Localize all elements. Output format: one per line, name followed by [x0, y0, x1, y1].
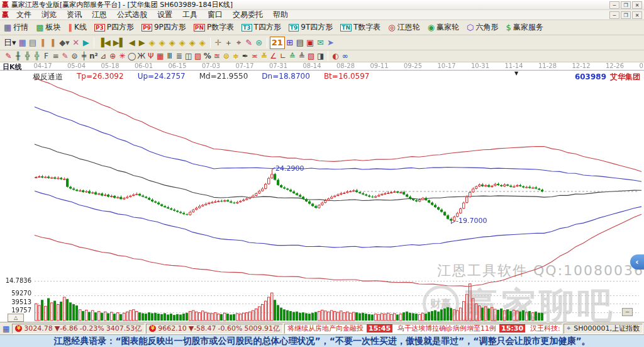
- ruler-lines-icon[interactable]: ╪: [79, 52, 89, 61]
- t-square-button[interactable]: T3 T四方形: [238, 21, 285, 34]
- calendar-icon[interactable]: 21: [270, 37, 285, 49]
- measure-box-icon[interactable]: ◨: [316, 52, 325, 61]
- event-marker-icon[interactable]: ▼: [514, 71, 518, 76]
- kline-small-icon[interactable]: ‖: [38, 37, 48, 48]
- gann-diamond-2-icon[interactable]: ◈: [157, 37, 167, 48]
- starburst-icon[interactable]: ✳: [118, 52, 127, 61]
- period-day-dropdown[interactable]: 日▾: [3, 37, 18, 48]
- mdi-control-button[interactable]: ✕: [632, 11, 642, 19]
- hand-tool-icon[interactable]: ✛: [213, 37, 223, 48]
- golden-section-icon[interactable]: ≑: [231, 52, 240, 61]
- mdi-control-button[interactable]: ─: [609, 11, 619, 19]
- percent-levels-icon[interactable]: ≊: [212, 52, 221, 61]
- crosshair-icon[interactable]: ＋: [223, 37, 234, 48]
- gann-diamond-1-icon[interactable]: ◈: [147, 37, 157, 48]
- menu-file[interactable]: 文件: [11, 10, 36, 20]
- gann-pen-icon[interactable]: ✎: [244, 37, 254, 48]
- nine-p-square-button[interactable]: P9 9P四方形: [138, 21, 190, 34]
- t-number-table-button[interactable]: TN T数字表: [336, 21, 384, 34]
- right-angle-icon[interactable]: ∟: [278, 52, 287, 61]
- percent-zone-icon[interactable]: ▨: [193, 52, 203, 61]
- mdi-control-button[interactable]: ❐: [621, 11, 631, 19]
- target-circle-icon[interactable]: ⊕: [108, 52, 118, 61]
- angle-fan-icon[interactable]: ∠: [269, 52, 278, 61]
- draw-pen-icon[interactable]: ✎: [4, 52, 13, 61]
- ellipse-tool-icon[interactable]: ◯: [127, 52, 136, 61]
- price-channel-icon[interactable]: ≍: [250, 52, 259, 61]
- first-bar-button[interactable]: ▐◀: [97, 37, 112, 48]
- prev-bar-button[interactable]: ◀: [127, 37, 137, 48]
- window-control-button[interactable]: ─: [609, 1, 619, 9]
- spider-lines-icon[interactable]: Ж: [136, 52, 146, 61]
- gann-diamond-6-icon[interactable]: ◈: [197, 37, 208, 48]
- menu-news[interactable]: 资讯: [62, 10, 87, 20]
- nine-t-square-button[interactable]: T9 9T四方形: [285, 21, 336, 34]
- kline-canvas[interactable]: [0, 62, 644, 322]
- menu-tools[interactable]: 工具: [177, 10, 203, 20]
- taiji-icon[interactable]: ◐: [331, 52, 340, 61]
- p-square-button[interactable]: P3 P四方形: [91, 21, 138, 34]
- pen2-icon[interactable]: ✎: [60, 52, 70, 61]
- menu-formula-picker[interactable]: 公式选股: [112, 10, 152, 20]
- pitchfork-icon[interactable]: Ψ: [146, 52, 155, 61]
- export-icon[interactable]: ➤: [325, 37, 335, 48]
- n-square-icon[interactable]: n²: [89, 52, 99, 61]
- sz-index-panel[interactable]: ¥ 9662.10 ▼-58.47 -0.60% 5009.91亿: [146, 324, 283, 334]
- window-control-button[interactable]: ✕: [632, 1, 642, 9]
- notepad-icon[interactable]: ▤: [295, 37, 305, 48]
- menu-settings[interactable]: 设置: [152, 10, 177, 20]
- menu-help[interactable]: 帮助: [268, 10, 293, 20]
- menu-window[interactable]: 窗口: [203, 10, 228, 20]
- window-control-button[interactable]: ❐: [621, 1, 631, 9]
- fibonacci-icon[interactable]: F: [42, 52, 51, 61]
- extend-lines-icon[interactable]: ≣: [174, 52, 184, 61]
- report-board-icon[interactable]: ▤: [28, 37, 38, 48]
- calculator-icon[interactable]: ⊞: [285, 37, 295, 48]
- expand-indicator-button[interactable]: △: [8, 314, 24, 322]
- gann-grid-icon[interactable]: ╬: [32, 52, 42, 61]
- golden-grid-icon[interactable]: ≚: [259, 52, 269, 61]
- winner-service-button[interactable]: $ 赢家服务: [502, 21, 547, 34]
- golden-circle-icon[interactable]: ⊜: [221, 52, 231, 61]
- gann-wheel-button[interactable]: ◎ 江恩轮: [384, 21, 423, 34]
- bars-tool-icon[interactable]: Ⅲ: [165, 52, 174, 61]
- sectors-button[interactable]: ▩ 板块: [32, 21, 64, 34]
- menu-browse[interactable]: 浏览: [36, 10, 62, 20]
- angle-measure-icon[interactable]: ⊿: [99, 52, 108, 61]
- gann-grid-green-icon[interactable]: ╬: [23, 52, 32, 61]
- flag-icon[interactable]: ▶: [81, 37, 91, 48]
- candle-type-dropdown[interactable]: ◆▾: [58, 37, 71, 48]
- save-icon[interactable]: ▣: [305, 37, 315, 48]
- ink-tool-icon[interactable]: ✒: [240, 52, 250, 61]
- speed-lines-icon[interactable]: ≡: [51, 52, 60, 61]
- menu-trade[interactable]: 交易委托: [228, 10, 268, 20]
- pointer-tool-icon[interactable]: ⌖: [234, 37, 244, 48]
- next-bar-button[interactable]: ▶: [137, 37, 147, 48]
- p-number-table-button[interactable]: PN P数字表: [190, 21, 238, 34]
- wave-ruler-icon[interactable]: ≙: [287, 52, 297, 61]
- market-quotes-button[interactable]: ▦ 行情: [0, 21, 32, 34]
- market-grid-icon[interactable]: ▦: [3, 324, 9, 333]
- chart-window-icon[interactable]: ▦: [18, 37, 28, 48]
- gann-diamond-5-icon[interactable]: ◈: [187, 37, 197, 48]
- percent-icon[interactable]: %: [203, 52, 212, 61]
- infinity-icon[interactable]: ∞: [340, 52, 350, 61]
- chart-pane[interactable]: 江恩工具软件 QQ:100800360 赢家聊吧 财赢 日K线 04-1705-…: [0, 62, 644, 322]
- kline-button[interactable]: ‖ K线: [65, 21, 91, 34]
- kline-style-icon[interactable]: ‖: [48, 37, 58, 48]
- sh-index-panel[interactable]: ¥ 3024.78 ▼-6.86 -0.23% 3407.53亿: [12, 324, 145, 334]
- red-grid-icon[interactable]: ▦: [155, 52, 165, 61]
- winner-wheel-button[interactable]: ◉ 赢家轮: [424, 21, 463, 34]
- price-box-icon[interactable]: ◫: [184, 52, 193, 61]
- scroll-corner-button[interactable]: −: [622, 308, 633, 316]
- mail-icon[interactable]: ✉: [315, 37, 325, 48]
- gann-diamond-3-icon[interactable]: ◈: [167, 37, 177, 48]
- last-bar-button[interactable]: ▶▌: [112, 37, 127, 48]
- area-shade-icon[interactable]: ▧: [306, 52, 316, 61]
- trend-steps-icon[interactable]: ≜: [297, 52, 306, 61]
- menu-gann[interactable]: 江恩: [87, 10, 112, 20]
- mini-wheel-icon[interactable]: ⊛: [254, 37, 264, 48]
- gann-diamond-4-icon[interactable]: ◈: [177, 37, 187, 48]
- side-panel-toggle-button[interactable]: ‹: [630, 254, 644, 270]
- gann-fan-icon[interactable]: ╫: [13, 52, 23, 61]
